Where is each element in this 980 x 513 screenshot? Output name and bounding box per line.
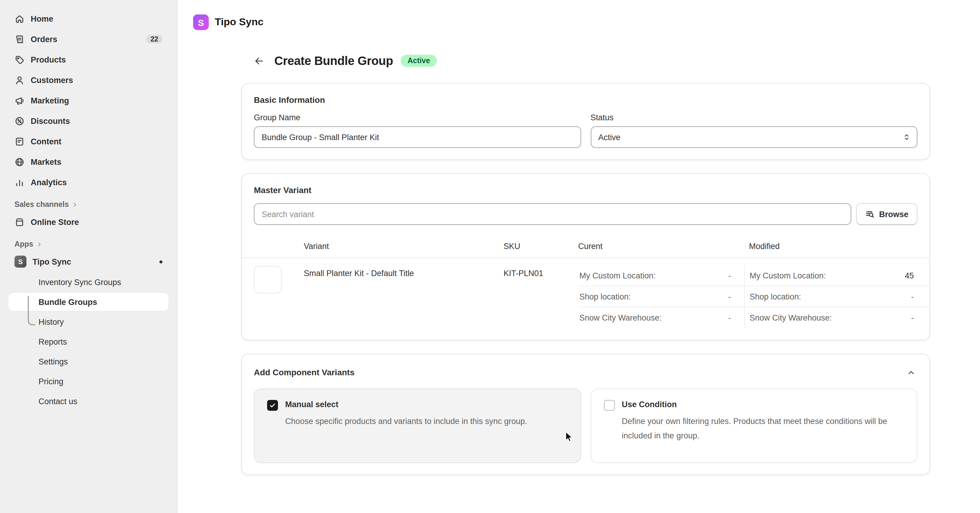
sidebar-item-tipo-sync-app[interactable]: S Tipo Sync (8, 253, 169, 271)
sidebar-item-label: Content (31, 137, 61, 146)
sidebar-item-online-store[interactable]: Online Store (8, 213, 169, 231)
status-select[interactable]: Active (590, 126, 918, 148)
basic-information-card: Basic Information Group Name Status Acti… (241, 83, 930, 160)
app-topbar: S Tipo Sync (177, 0, 980, 44)
location-name: Shop location: (749, 292, 801, 301)
location-values-grid: My Custom Location: - My Custom Location… (578, 265, 929, 328)
sidebar-item-label: Discounts (31, 116, 70, 125)
browse-button-label: Browse (879, 210, 908, 219)
sidebar-item-customers[interactable]: Customers (8, 71, 169, 89)
current-location-row: Shop location: - (578, 286, 744, 307)
page-header: Create Bundle Group Active (251, 53, 980, 68)
sidebar-item-markets[interactable]: Markets (8, 153, 169, 171)
master-variant-card: Master Variant Browse Variant SKU Curent… (241, 173, 930, 340)
sidebar-item-history[interactable]: History (8, 313, 169, 331)
sidebar-item-label: Tipo Sync (32, 257, 71, 266)
sidebar-item-label: Orders (31, 35, 57, 44)
status-label: Status (590, 113, 918, 122)
status-badge: Active (401, 55, 437, 67)
location-name: Snow City Warehouse: (579, 313, 662, 322)
location-modified-value: 45 (905, 271, 914, 280)
page-title: Create Bundle Group (274, 54, 393, 68)
sidebar-item-contact-us[interactable]: Contact us (8, 392, 169, 410)
variant-image-placeholder[interactable] (254, 266, 282, 294)
back-button[interactable] (251, 53, 267, 68)
sidebar-item-orders[interactable]: Orders 22 (8, 30, 169, 48)
apps-label: Apps (14, 240, 33, 248)
use-condition-option[interactable]: Use Condition Define your own filtering … (590, 389, 918, 463)
sidebar-item-home[interactable]: Home (8, 10, 169, 28)
column-header-modified: Modified (744, 235, 918, 257)
manual-select-option[interactable]: Manual select Choose specific products a… (254, 389, 581, 463)
marketing-icon (14, 95, 25, 106)
collapse-section-button[interactable] (904, 366, 918, 379)
sidebar-item-label: Products (31, 55, 66, 64)
sidebar-item-label: Online Store (31, 218, 79, 226)
tipo-sync-logo: S (193, 14, 209, 30)
modified-location-row: Snow City Warehouse: - (744, 307, 929, 328)
apps-section[interactable]: Apps (8, 240, 169, 248)
status-field: Status Active (590, 113, 918, 148)
app-notification-dot (159, 260, 162, 263)
manual-select-description: Choose specific products and variants to… (285, 415, 527, 429)
sidebar-item-products[interactable]: Products (8, 51, 169, 68)
group-name-input[interactable] (254, 126, 581, 148)
variant-name: Small Planter Kit - Default Title (304, 258, 504, 328)
chevron-right-icon (37, 241, 43, 248)
sidebar-item-analytics[interactable]: Analytics (8, 173, 169, 191)
customers-icon (14, 75, 25, 85)
markets-icon (14, 157, 25, 167)
use-condition-label: Use Condition (622, 399, 896, 409)
basic-information-title: Basic Information (254, 95, 918, 105)
sidebar-item-label: Marketing (31, 96, 69, 105)
sidebar-item-label: Bundle Groups (38, 297, 97, 307)
current-location-row: Snow City Warehouse: - (578, 307, 744, 328)
location-name: Snow City Warehouse: (749, 313, 832, 322)
sidebar-item-label: Markets (31, 157, 61, 166)
orders-icon (14, 34, 25, 44)
column-header-sku: SKU (504, 235, 578, 257)
chevron-right-icon (72, 201, 78, 208)
sidebar-item-label: Home (31, 14, 53, 23)
analytics-icon (14, 177, 25, 187)
sidebar-item-content[interactable]: Content (8, 132, 169, 150)
home-icon (14, 14, 25, 24)
browse-list-search-icon (865, 209, 875, 219)
group-name-field: Group Name (254, 113, 581, 148)
app-title: Tipo Sync (215, 16, 264, 28)
sidebar-item-label: Pricing (38, 377, 64, 386)
sales-channels-section[interactable]: Sales channels (8, 200, 169, 209)
main-area: S Tipo Sync Create Bundle Group Active B… (177, 0, 980, 513)
variant-search-input[interactable] (254, 203, 851, 225)
use-condition-description: Define your own filtering rules. Product… (622, 415, 896, 443)
sidebar-item-discounts[interactable]: Discounts (8, 112, 169, 130)
content-icon (14, 136, 25, 146)
group-name-label: Group Name (254, 113, 581, 122)
sidebar: Home Orders 22 Products Customers Market… (0, 0, 177, 513)
use-condition-texts: Use Condition Define your own filtering … (622, 399, 896, 443)
add-component-variants-title: Add Component Variants (254, 367, 354, 377)
location-modified-value: - (911, 313, 914, 322)
browse-button[interactable]: Browse (856, 203, 918, 225)
sidebar-item-marketing[interactable]: Marketing (8, 91, 169, 110)
products-icon (14, 54, 25, 65)
sales-channels-label: Sales channels (14, 200, 69, 209)
storefront-icon (14, 217, 25, 227)
add-component-variants-card: Add Component Variants Manual select Cho… (241, 354, 930, 475)
sidebar-item-bundle-groups[interactable]: Bundle Groups (8, 293, 169, 311)
manual-select-checkbox[interactable] (267, 400, 278, 411)
location-current-value: - (728, 271, 731, 280)
sidebar-item-settings[interactable]: Settings (8, 353, 169, 370)
current-location-row: My Custom Location: - (578, 265, 744, 286)
location-current-value: - (728, 292, 731, 301)
sidebar-item-label: Settings (38, 357, 68, 366)
modified-location-row: My Custom Location: 45 (744, 265, 929, 286)
column-header-current: Curent (578, 235, 744, 257)
use-condition-checkbox[interactable] (604, 400, 614, 411)
sidebar-item-label: History (38, 317, 64, 326)
chevron-up-icon (906, 368, 915, 377)
sidebar-item-inventory-sync-groups[interactable]: Inventory Sync Groups (8, 273, 169, 291)
sidebar-item-label: Analytics (31, 178, 67, 187)
sidebar-item-reports[interactable]: Reports (8, 333, 169, 351)
sidebar-item-pricing[interactable]: Pricing (8, 372, 169, 390)
